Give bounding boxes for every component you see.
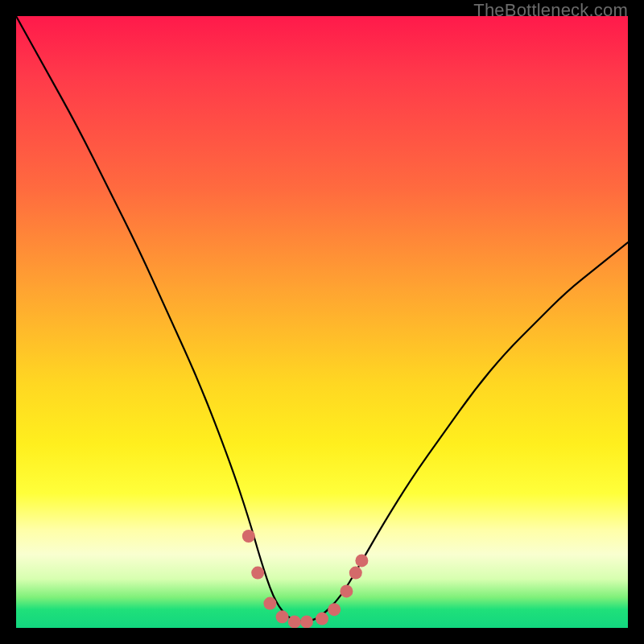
optimum-marker <box>300 615 313 628</box>
chart-stage: TheBottleneck.com <box>0 0 644 644</box>
optimum-marker <box>340 584 353 597</box>
optimum-marker <box>263 597 276 610</box>
curve-svg <box>16 16 628 628</box>
optimum-markers-group <box>242 530 369 628</box>
optimum-marker <box>316 613 328 625</box>
optimum-marker <box>242 530 255 543</box>
optimum-marker <box>328 603 341 616</box>
optimum-marker <box>251 567 264 580</box>
optimum-marker <box>276 610 289 623</box>
bottleneck-curve-path <box>16 16 628 621</box>
plot-area <box>16 16 628 628</box>
optimum-marker <box>288 615 301 628</box>
optimum-marker <box>349 567 362 580</box>
optimum-marker <box>355 554 368 567</box>
